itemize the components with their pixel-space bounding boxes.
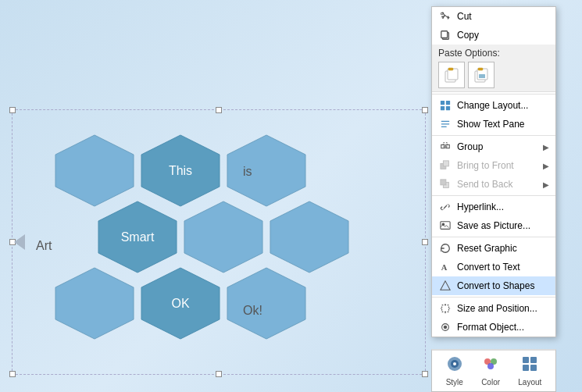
svg-marker-7: [141, 268, 220, 339]
svg-point-41: [453, 362, 456, 365]
hex-1[interactable]: [52, 134, 137, 208]
separator-3: [432, 195, 555, 196]
separator-5: [432, 297, 555, 298]
handle-top-right[interactable]: [422, 107, 428, 113]
svg-marker-4: [184, 201, 262, 273]
handle-top-left[interactable]: [9, 107, 16, 113]
format-object-icon: [438, 320, 452, 334]
color-button[interactable]: Color: [481, 355, 500, 387]
separator-1: [432, 94, 555, 94]
layout-label: Layout: [518, 378, 541, 387]
bottom-toolbar: Style Color Layout: [431, 349, 556, 392]
hex-2[interactable]: This: [137, 134, 223, 208]
svg-rect-16: [478, 68, 483, 70]
svg-point-44: [487, 363, 494, 369]
size-position-label: Size and Position...: [457, 303, 549, 314]
smartart-container[interactable]: This is Smart: [12, 109, 426, 375]
size-position-icon: [438, 301, 452, 315]
handle-bottom-center[interactable]: [216, 371, 222, 377]
layout-icon: [521, 355, 538, 376]
paste-button-2[interactable]: [468, 62, 495, 88]
svg-marker-6: [55, 268, 134, 339]
menu-item-convert-text[interactable]: A Convert to Text: [432, 258, 555, 276]
separator-4: [432, 237, 555, 237]
menu-item-cut[interactable]: Cut: [432, 7, 555, 26]
context-menu: Cut Copy Paste Options:: [431, 6, 556, 337]
svg-marker-2: [227, 135, 305, 206]
svg-rect-24: [441, 127, 447, 127]
change-layout-icon: [438, 98, 452, 112]
floating-text-art: Art: [36, 239, 52, 253]
handle-top-center[interactable]: [216, 107, 222, 113]
handle-middle-right[interactable]: [422, 239, 428, 245]
change-layout-label: Change Layout...: [457, 100, 549, 111]
group-icon: [438, 140, 452, 154]
menu-item-copy[interactable]: Copy: [432, 26, 555, 45]
style-button[interactable]: Style: [446, 355, 463, 387]
menu-item-hyperlink[interactable]: Hyperlink...: [432, 198, 555, 216]
convert-text-icon: A: [438, 260, 452, 274]
group-submenu-arrow: ▶: [543, 143, 549, 151]
menu-item-change-layout[interactable]: Change Layout...: [432, 96, 555, 115]
menu-item-show-text-pane[interactable]: Show Text Pane: [432, 115, 555, 134]
menu-item-reset-graphic[interactable]: Reset Graphic: [432, 239, 555, 258]
copy-label: Copy: [457, 30, 549, 41]
send-back-icon: [438, 177, 452, 191]
menu-item-save-picture[interactable]: Save as Picture...: [432, 216, 555, 235]
convert-shapes-label: Convert to Shapes: [457, 280, 549, 291]
svg-text:A: A: [441, 263, 448, 272]
handle-bottom-left[interactable]: [9, 371, 16, 377]
side-expand-arrow[interactable]: [14, 234, 25, 250]
svg-marker-0: [55, 135, 134, 206]
style-label: Style: [446, 378, 463, 387]
save-picture-label: Save as Picture...: [457, 220, 549, 231]
hex-3[interactable]: [223, 134, 309, 208]
svg-rect-20: [441, 106, 445, 110]
svg-marker-5: [270, 201, 348, 273]
menu-item-format-object[interactable]: Format Object...: [432, 318, 555, 337]
svg-rect-10: [441, 31, 448, 38]
hex-7[interactable]: [52, 266, 137, 340]
menu-item-bring-front[interactable]: Bring to Front ▶: [432, 156, 555, 175]
hex-8[interactable]: OK: [137, 266, 223, 340]
paste-buttons-row: [438, 62, 549, 88]
menu-item-size-position[interactable]: Size and Position...: [432, 299, 555, 318]
color-label: Color: [481, 378, 500, 387]
cut-icon: [438, 9, 452, 23]
svg-rect-31: [441, 180, 446, 185]
svg-rect-36: [442, 305, 449, 312]
svg-rect-23: [441, 123, 450, 124]
color-icon: [482, 355, 499, 376]
send-back-label: Send to Back: [457, 179, 543, 190]
svg-marker-35: [441, 281, 450, 290]
bring-front-submenu-arrow: ▶: [543, 162, 549, 170]
show-text-pane-label: Show Text Pane: [457, 119, 549, 130]
menu-item-convert-shapes[interactable]: Convert to Shapes: [432, 276, 555, 295]
svg-rect-47: [523, 365, 529, 371]
style-icon: [446, 355, 463, 376]
convert-text-label: Convert to Text: [457, 262, 549, 273]
svg-rect-13: [448, 68, 453, 70]
paste-options-section: Paste Options:: [432, 45, 555, 92]
hex-4[interactable]: Smart: [95, 200, 180, 274]
group-label: Group: [457, 141, 543, 152]
svg-marker-1: [141, 135, 220, 206]
paste-options-label: Paste Options:: [438, 48, 549, 59]
hex-5[interactable]: [180, 200, 266, 274]
handle-bottom-right[interactable]: [422, 371, 428, 377]
convert-shapes-icon: [438, 279, 452, 293]
svg-rect-22: [441, 121, 450, 122]
paste-button-1[interactable]: [438, 62, 465, 88]
svg-marker-8: [227, 268, 305, 339]
reset-graphic-label: Reset Graphic: [457, 243, 549, 254]
menu-item-send-back[interactable]: Send to Back ▶: [432, 175, 555, 194]
svg-rect-21: [446, 106, 450, 110]
hex-9[interactable]: [223, 266, 309, 340]
reset-graphic-icon: [438, 241, 452, 255]
show-text-pane-icon: [438, 117, 452, 131]
hex-6[interactable]: [266, 200, 352, 274]
layout-button[interactable]: Layout: [518, 355, 541, 387]
menu-item-group[interactable]: Group ▶: [432, 137, 555, 156]
svg-rect-17: [479, 74, 485, 78]
svg-point-38: [444, 326, 447, 329]
